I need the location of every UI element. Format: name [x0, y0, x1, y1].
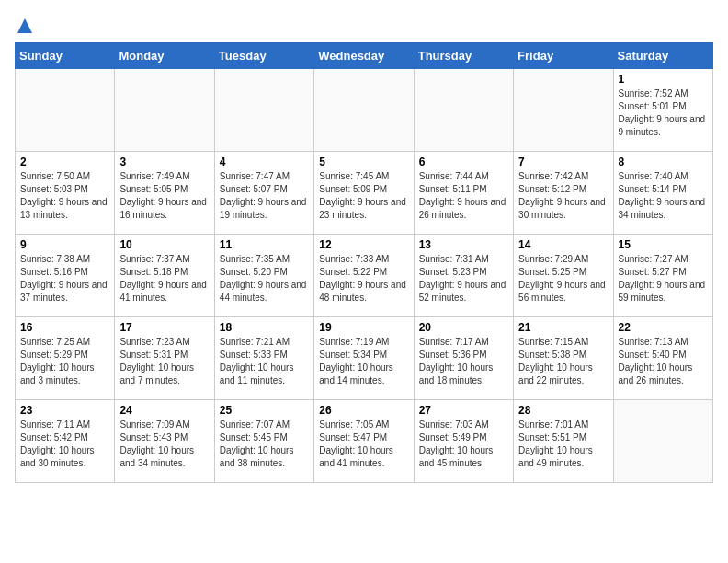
- calendar-cell: 10Sunrise: 7:37 AM Sunset: 5:18 PM Dayli…: [115, 234, 214, 316]
- day-info: Sunrise: 7:27 AM Sunset: 5:27 PM Dayligh…: [619, 253, 708, 304]
- day-number: 28: [518, 404, 608, 417]
- logo: [15, 15, 35, 35]
- day-number: 9: [20, 238, 109, 251]
- calendar-cell: [613, 399, 712, 482]
- calendar-cell: [115, 68, 214, 151]
- day-info: Sunrise: 7:50 AM Sunset: 5:03 PM Dayligh…: [20, 170, 109, 222]
- calendar-cell: 4Sunrise: 7:47 AM Sunset: 5:07 PM Daylig…: [214, 151, 313, 234]
- day-number: 23: [20, 404, 109, 417]
- day-number: 25: [220, 404, 309, 417]
- calendar-cell: 17Sunrise: 7:23 AM Sunset: 5:31 PM Dayli…: [115, 316, 214, 399]
- weekday-header-row: SundayMondayTuesdayWednesdayThursdayFrid…: [16, 42, 713, 68]
- calendar-cell: 11Sunrise: 7:35 AM Sunset: 5:20 PM Dayli…: [214, 234, 313, 316]
- calendar-cell: 16Sunrise: 7:25 AM Sunset: 5:29 PM Dayli…: [16, 316, 115, 399]
- day-info: Sunrise: 7:42 AM Sunset: 5:12 PM Dayligh…: [518, 170, 608, 222]
- day-info: Sunrise: 7:47 AM Sunset: 5:07 PM Dayligh…: [220, 170, 309, 222]
- day-info: Sunrise: 7:33 AM Sunset: 5:22 PM Dayligh…: [319, 253, 408, 304]
- calendar-cell: 7Sunrise: 7:42 AM Sunset: 5:12 PM Daylig…: [514, 151, 613, 234]
- day-info: Sunrise: 7:19 AM Sunset: 5:34 PM Dayligh…: [319, 336, 408, 387]
- calendar-cell: 1Sunrise: 7:52 AM Sunset: 5:01 PM Daylig…: [613, 68, 712, 151]
- day-info: Sunrise: 7:29 AM Sunset: 5:25 PM Dayligh…: [518, 253, 608, 304]
- day-number: 27: [419, 404, 508, 417]
- day-info: Sunrise: 7:44 AM Sunset: 5:11 PM Dayligh…: [419, 170, 508, 222]
- day-number: 2: [20, 155, 109, 168]
- calendar-cell: 15Sunrise: 7:27 AM Sunset: 5:27 PM Dayli…: [613, 234, 712, 316]
- day-number: 20: [419, 321, 508, 334]
- calendar-cell: 14Sunrise: 7:29 AM Sunset: 5:25 PM Dayli…: [514, 234, 613, 316]
- day-number: 21: [518, 321, 608, 334]
- calendar-cell: 27Sunrise: 7:03 AM Sunset: 5:49 PM Dayli…: [414, 399, 513, 482]
- calendar-cell: 5Sunrise: 7:45 AM Sunset: 5:09 PM Daylig…: [314, 151, 414, 234]
- calendar-cell: 18Sunrise: 7:21 AM Sunset: 5:33 PM Dayli…: [214, 316, 313, 399]
- day-number: 18: [220, 321, 309, 334]
- day-number: 16: [20, 321, 109, 334]
- day-info: Sunrise: 7:11 AM Sunset: 5:42 PM Dayligh…: [20, 419, 109, 470]
- calendar-cell: 3Sunrise: 7:49 AM Sunset: 5:05 PM Daylig…: [115, 151, 214, 234]
- calendar-cell: 6Sunrise: 7:44 AM Sunset: 5:11 PM Daylig…: [414, 151, 513, 234]
- day-info: Sunrise: 7:49 AM Sunset: 5:05 PM Dayligh…: [119, 170, 209, 222]
- day-number: 11: [220, 238, 309, 251]
- calendar-cell: 26Sunrise: 7:05 AM Sunset: 5:47 PM Dayli…: [314, 399, 414, 482]
- calendar-table: SundayMondayTuesdayWednesdayThursdayFrid…: [15, 42, 713, 483]
- calendar-cell: 12Sunrise: 7:33 AM Sunset: 5:22 PM Dayli…: [314, 234, 414, 316]
- day-number: 24: [119, 404, 209, 417]
- day-info: Sunrise: 7:09 AM Sunset: 5:43 PM Dayligh…: [119, 419, 209, 470]
- calendar-cell: 24Sunrise: 7:09 AM Sunset: 5:43 PM Dayli…: [115, 399, 214, 482]
- weekday-header-monday: Monday: [115, 42, 214, 68]
- day-number: 12: [319, 238, 408, 251]
- calendar-cell: 8Sunrise: 7:40 AM Sunset: 5:14 PM Daylig…: [613, 151, 712, 234]
- weekday-header-sunday: Sunday: [16, 42, 115, 68]
- page-header: [15, 15, 713, 35]
- calendar-cell: [214, 68, 313, 151]
- day-number: 3: [119, 155, 209, 168]
- calendar-cell: 22Sunrise: 7:13 AM Sunset: 5:40 PM Dayli…: [613, 316, 712, 399]
- day-info: Sunrise: 7:23 AM Sunset: 5:31 PM Dayligh…: [119, 336, 209, 387]
- day-info: Sunrise: 7:13 AM Sunset: 5:40 PM Dayligh…: [619, 336, 708, 387]
- day-number: 13: [419, 238, 508, 251]
- calendar-cell: 25Sunrise: 7:07 AM Sunset: 5:45 PM Dayli…: [214, 399, 313, 482]
- day-number: 15: [619, 238, 708, 251]
- calendar-week-row: 23Sunrise: 7:11 AM Sunset: 5:42 PM Dayli…: [16, 399, 713, 482]
- calendar-cell: 20Sunrise: 7:17 AM Sunset: 5:36 PM Dayli…: [414, 316, 513, 399]
- day-number: 26: [319, 404, 408, 417]
- day-number: 4: [220, 155, 309, 168]
- day-info: Sunrise: 7:37 AM Sunset: 5:18 PM Dayligh…: [119, 253, 209, 304]
- day-info: Sunrise: 7:25 AM Sunset: 5:29 PM Dayligh…: [20, 336, 109, 387]
- day-info: Sunrise: 7:15 AM Sunset: 5:38 PM Dayligh…: [518, 336, 608, 387]
- calendar-cell: 2Sunrise: 7:50 AM Sunset: 5:03 PM Daylig…: [16, 151, 115, 234]
- day-number: 14: [518, 238, 608, 251]
- day-info: Sunrise: 7:05 AM Sunset: 5:47 PM Dayligh…: [319, 419, 408, 470]
- svg-marker-0: [17, 18, 32, 33]
- day-number: 10: [119, 238, 209, 251]
- day-number: 19: [319, 321, 408, 334]
- day-number: 5: [319, 155, 408, 168]
- calendar-cell: 28Sunrise: 7:01 AM Sunset: 5:51 PM Dayli…: [514, 399, 613, 482]
- day-info: Sunrise: 7:40 AM Sunset: 5:14 PM Dayligh…: [619, 170, 708, 222]
- calendar-cell: 19Sunrise: 7:19 AM Sunset: 5:34 PM Dayli…: [314, 316, 414, 399]
- day-info: Sunrise: 7:35 AM Sunset: 5:20 PM Dayligh…: [220, 253, 309, 304]
- logo-icon: [16, 17, 34, 35]
- day-info: Sunrise: 7:52 AM Sunset: 5:01 PM Dayligh…: [619, 87, 708, 139]
- day-number: 7: [518, 155, 608, 168]
- logo-text: [15, 15, 35, 35]
- weekday-header-saturday: Saturday: [613, 42, 712, 68]
- calendar-week-row: 1Sunrise: 7:52 AM Sunset: 5:01 PM Daylig…: [16, 68, 713, 151]
- day-number: 17: [119, 321, 209, 334]
- day-info: Sunrise: 7:45 AM Sunset: 5:09 PM Dayligh…: [319, 170, 408, 222]
- calendar-week-row: 9Sunrise: 7:38 AM Sunset: 5:16 PM Daylig…: [16, 234, 713, 316]
- calendar-cell: 13Sunrise: 7:31 AM Sunset: 5:23 PM Dayli…: [414, 234, 513, 316]
- day-info: Sunrise: 7:01 AM Sunset: 5:51 PM Dayligh…: [518, 419, 608, 470]
- calendar-cell: [514, 68, 613, 151]
- calendar-cell: [414, 68, 513, 151]
- weekday-header-wednesday: Wednesday: [314, 42, 414, 68]
- weekday-header-friday: Friday: [514, 42, 613, 68]
- calendar-week-row: 16Sunrise: 7:25 AM Sunset: 5:29 PM Dayli…: [16, 316, 713, 399]
- day-number: 6: [419, 155, 508, 168]
- day-info: Sunrise: 7:38 AM Sunset: 5:16 PM Dayligh…: [20, 253, 109, 304]
- day-info: Sunrise: 7:07 AM Sunset: 5:45 PM Dayligh…: [220, 419, 309, 470]
- day-info: Sunrise: 7:21 AM Sunset: 5:33 PM Dayligh…: [220, 336, 309, 387]
- calendar-cell: [16, 68, 115, 151]
- calendar-cell: [314, 68, 414, 151]
- calendar-cell: 23Sunrise: 7:11 AM Sunset: 5:42 PM Dayli…: [16, 399, 115, 482]
- day-info: Sunrise: 7:03 AM Sunset: 5:49 PM Dayligh…: [419, 419, 508, 470]
